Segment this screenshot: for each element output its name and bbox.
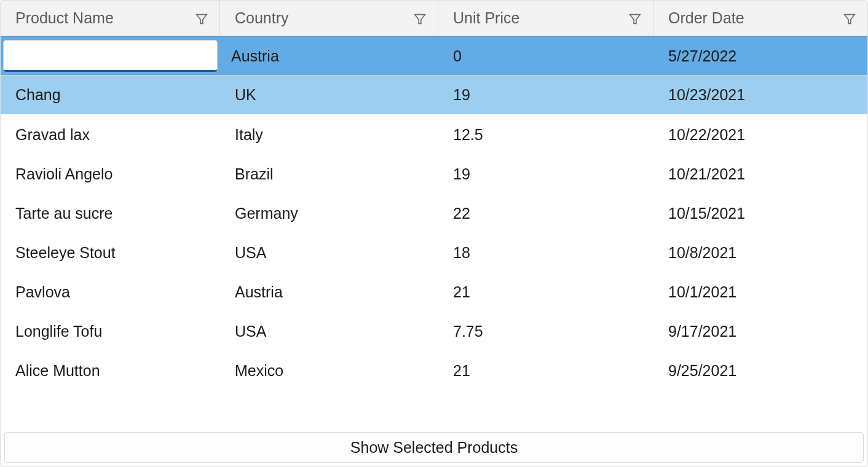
cell-unit-price[interactable]: 18	[438, 233, 653, 272]
cell-product-name[interactable]: Chang	[1, 76, 220, 114]
filter-icon[interactable]	[195, 12, 208, 25]
cell-product-name[interactable]: Steeleye Stout	[1, 233, 220, 272]
table-row[interactable]: Steeleye StoutUSA1810/8/2021	[1, 233, 867, 272]
cell-unit-price[interactable]: 7.75	[438, 312, 653, 351]
cell-product-name[interactable]: Longlife Tofu	[1, 312, 220, 351]
cell-order-date[interactable]: 10/1/2021	[653, 272, 867, 312]
cell-order-date[interactable]: 9/17/2021	[653, 312, 867, 351]
cell-unit-price[interactable]: 21	[438, 351, 653, 390]
column-header-label: Country	[235, 9, 289, 27]
table-row[interactable]: PavlovaAustria2110/1/2021	[1, 272, 867, 312]
cell-order-date[interactable]: 10/15/2021	[653, 194, 867, 233]
column-header-row: Product Name Country Unit Price Order Da…	[1, 1, 867, 36]
svg-marker-2	[630, 14, 641, 23]
cell-order-date[interactable]: 5/27/2022	[653, 37, 867, 75]
cell-product-name[interactable]: Alice Mutton	[1, 351, 220, 390]
table-row[interactable]: Alice MuttonMexico219/25/2021	[1, 351, 867, 390]
svg-marker-3	[845, 14, 855, 23]
cell-unit-price[interactable]: 19	[438, 154, 653, 194]
cell-order-date[interactable]: 9/25/2021	[653, 351, 867, 390]
filter-icon[interactable]	[628, 12, 642, 25]
cell-country[interactable]: USA	[220, 233, 438, 272]
cell-country[interactable]: Brazil	[220, 154, 438, 194]
cell-product-name[interactable]: Ravioli Angelo	[1, 154, 220, 194]
cell-order-date[interactable]: 10/23/2021	[653, 76, 867, 114]
table-row[interactable]: Austria05/27/2022	[1, 36, 867, 76]
cell-product-name[interactable]: Gravad lax	[1, 115, 220, 154]
data-grid: Product Name Country Unit Price Order Da…	[0, 0, 868, 467]
table-row[interactable]: Ravioli AngeloBrazil1910/21/2021	[1, 154, 867, 194]
column-header-order-date[interactable]: Order Date	[653, 1, 867, 36]
cell-unit-price[interactable]: 12.5	[438, 115, 653, 154]
svg-marker-1	[415, 14, 425, 23]
cell-unit-price[interactable]: 22	[438, 194, 653, 233]
grid-body[interactable]: Austria05/27/2022ChangUK1910/23/2021Grav…	[1, 36, 867, 428]
cell-unit-price[interactable]: 19	[438, 76, 653, 114]
cell-order-date[interactable]: 10/8/2021	[653, 233, 867, 272]
cell-product-name-editing	[1, 37, 220, 75]
filter-icon[interactable]	[843, 12, 856, 25]
column-header-label: Product Name	[15, 9, 114, 27]
table-row[interactable]: Tarte au sucreGermany2210/15/2021	[1, 194, 867, 233]
cell-country[interactable]: Austria	[220, 37, 438, 75]
table-row[interactable]: ChangUK1910/23/2021	[1, 76, 867, 115]
column-header-unit-price[interactable]: Unit Price	[438, 1, 653, 36]
table-row[interactable]: Gravad laxItaly12.510/22/2021	[1, 115, 867, 154]
table-row[interactable]: Longlife TofuUSA7.759/17/2021	[1, 312, 867, 351]
column-header-country[interactable]: Country	[220, 1, 438, 36]
cell-unit-price[interactable]: 21	[438, 272, 653, 312]
cell-order-date[interactable]: 10/21/2021	[653, 154, 867, 194]
filter-icon[interactable]	[413, 12, 427, 25]
cell-country[interactable]: USA	[220, 312, 438, 351]
cell-country[interactable]: UK	[220, 76, 438, 114]
svg-marker-0	[197, 14, 207, 23]
grid-footer: Show Selected Products	[1, 428, 867, 466]
cell-country[interactable]: Austria	[220, 272, 438, 312]
cell-unit-price[interactable]: 0	[438, 37, 653, 75]
cell-product-name[interactable]: Pavlova	[1, 272, 220, 312]
column-header-label: Order Date	[668, 9, 744, 27]
cell-country[interactable]: Germany	[220, 194, 438, 233]
cell-product-name[interactable]: Tarte au sucre	[1, 194, 220, 233]
column-header-product-name[interactable]: Product Name	[1, 1, 220, 36]
show-selected-products-button[interactable]: Show Selected Products	[4, 432, 864, 463]
column-header-label: Unit Price	[453, 9, 519, 27]
cell-order-date[interactable]: 10/22/2021	[653, 115, 867, 154]
product-name-input[interactable]	[3, 40, 218, 72]
cell-country[interactable]: Italy	[220, 115, 438, 154]
cell-country[interactable]: Mexico	[220, 351, 438, 390]
